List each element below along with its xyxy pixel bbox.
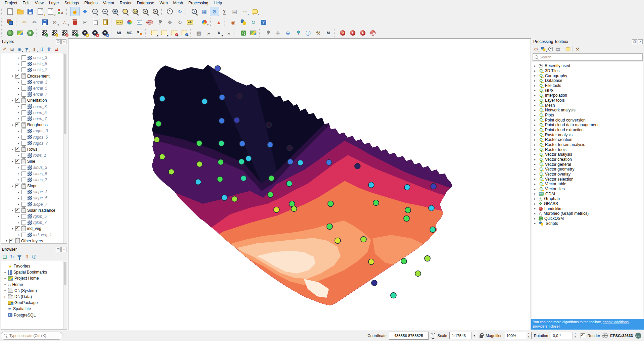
more-1-icon[interactable]: » [204, 28, 213, 38]
points-pair-icon[interactable] [135, 28, 144, 38]
expander-icon[interactable]: ▾ [11, 99, 14, 102]
add-group-icon[interactable]: ⊞ [9, 46, 15, 52]
layer-checkbox[interactable] [21, 116, 26, 121]
cut-features-icon[interactable]: ✂ [80, 17, 90, 27]
expander-icon[interactable]: ▾ [11, 124, 14, 127]
style-manager-icon[interactable] [56, 7, 65, 16]
landsklim-sphere-1-icon[interactable]: 1 [348, 28, 357, 38]
measure-icon[interactable]: ▱▼ [240, 7, 249, 16]
label-abc-red-icon[interactable]: abc [145, 17, 154, 27]
expander-icon[interactable]: ▸ [534, 192, 537, 195]
expander-icon[interactable]: ▸ [534, 74, 537, 77]
expander-icon[interactable]: ▾ [11, 227, 14, 230]
layer-checkbox[interactable] [21, 165, 26, 170]
toolbar-drag-handle[interactable] [36, 29, 38, 37]
processing-item-vector-table[interactable]: ▸QVector table [533, 182, 643, 187]
map-tips-icon[interactable]: ▼ [250, 7, 259, 16]
locate-input[interactable] [9, 333, 50, 338]
refresh-browser-icon[interactable]: ↻ [9, 253, 15, 260]
layer-checkbox[interactable] [21, 202, 26, 207]
layers-scrollbar[interactable] [63, 53, 67, 243]
browser-float-button[interactable]: ❐ [56, 247, 61, 252]
expander-icon[interactable]: ▸ [17, 221, 20, 224]
toolbar-drag-handle[interactable] [196, 18, 198, 26]
layer-checkbox[interactable] [21, 233, 26, 237]
layer-checkbox[interactable] [15, 159, 20, 164]
browser-close-button[interactable]: ✕ [61, 247, 66, 252]
processing-item-file-tools[interactable]: ▸QFile tools [533, 83, 643, 88]
processing-item-recently-used[interactable]: ▸Recently used [533, 63, 643, 68]
layer-row-rglob-7[interactable]: ▸rglob_7 [2, 220, 67, 226]
browser-item-favorites[interactable]: ★Favorites [2, 263, 67, 269]
locate-bar[interactable] [1, 332, 62, 340]
expander-icon[interactable]: ▸ [17, 111, 20, 114]
browser-item-d-data-[interactable]: ▸D:\ (Data) [2, 294, 67, 300]
map-point[interactable] [234, 117, 240, 123]
expander-icon[interactable]: ▸ [17, 233, 20, 236]
map-point[interactable] [215, 66, 220, 71]
processing-item-raster-terrain-analysis[interactable]: ▸QRaster terrain analysis [533, 142, 643, 147]
pin-labels-icon[interactable] [155, 17, 164, 27]
map-point[interactable] [239, 159, 244, 165]
processing-results-icon[interactable]: ▤ [555, 46, 561, 52]
layer-row-rows[interactable]: ▾Rows [2, 146, 67, 152]
expander-icon[interactable]: ▸ [534, 207, 537, 210]
processing-history-icon[interactable] [547, 46, 554, 52]
label-ab-icon[interactable]: ab [135, 17, 144, 27]
map-point[interactable] [267, 192, 273, 198]
expander-icon[interactable]: ▸ [534, 202, 537, 205]
vertex-tool-icon[interactable]: ∴▼ [60, 17, 69, 27]
processing-item-database[interactable]: ▸QDatabase [533, 78, 643, 83]
filter-by-expression-icon[interactable]: ε▼ [31, 46, 38, 52]
expander-icon[interactable]: ▸ [534, 94, 537, 97]
expander-icon[interactable]: ▸ [534, 148, 537, 151]
toolbar-drag-handle[interactable] [111, 18, 113, 26]
data-source-manager-icon[interactable] [5, 17, 15, 27]
processing-item-vector-geometry[interactable]: ▸QVector geometry [533, 167, 643, 172]
plugin-green-add-icon[interactable]: + [5, 28, 15, 38]
expander-icon[interactable]: ▸ [17, 154, 20, 157]
show-layout-manager-icon[interactable]: ⚒ [46, 7, 55, 16]
expander-icon[interactable]: ▸ [534, 84, 537, 87]
expander-icon[interactable]: ▸ [534, 118, 537, 121]
menu-layer[interactable]: Layer [46, 0, 62, 6]
plugin-green-star-icon[interactable]: ✳ [26, 28, 35, 38]
layer-checkbox[interactable] [21, 190, 26, 194]
rotation-spin-arrows[interactable]: ▲▼ [573, 332, 578, 339]
toolbar-drag-handle[interactable] [210, 18, 212, 26]
layer-row-roughness[interactable]: ▾Roughness [2, 122, 67, 128]
quickosm-icon[interactable] [239, 28, 248, 38]
expander-icon[interactable]: ▸ [534, 183, 537, 186]
render-checkbox[interactable] [581, 333, 585, 338]
info-circle-icon[interactable]: ⓘ [303, 28, 313, 38]
plugin-map-icon[interactable] [15, 28, 25, 38]
layer-row-encai-7[interactable]: ▸encai_7 [2, 91, 67, 97]
processing-item-raster-analysis[interactable]: ▸QRaster analysis [533, 132, 643, 137]
zoom-to-layer-icon[interactable]: ▭ [131, 7, 140, 16]
map-canvas[interactable] [68, 38, 531, 330]
expander-icon[interactable]: ▸ [534, 133, 537, 136]
toolbar-drag-handle[interactable] [1, 18, 4, 26]
map-point[interactable] [371, 280, 377, 286]
pin-cyan-icon[interactable] [293, 28, 303, 38]
layer-checkbox[interactable] [21, 178, 26, 182]
menu-help[interactable]: Help [211, 0, 225, 6]
expander-icon[interactable]: ▸ [4, 289, 7, 292]
temporal-controller-icon[interactable] [165, 7, 175, 16]
map-point[interactable] [274, 207, 279, 213]
layer-checkbox[interactable] [21, 104, 26, 109]
layer-row-cosin-5[interactable]: ▸cosin_5 [2, 61, 67, 67]
zoom-next-icon[interactable]: ▶ [151, 7, 160, 16]
layer-row-rugos-7[interactable]: ▸rugos_7 [2, 140, 67, 146]
browser-item-postgresql[interactable]: PPostgreSQL [2, 312, 67, 318]
toolbar-drag-handle[interactable] [111, 29, 113, 37]
deselect-icon[interactable]: ✕▼ [169, 28, 179, 38]
expander-icon[interactable]: ▸ [4, 295, 7, 298]
layer-row-slope-3[interactable]: ▸slope_3 [2, 189, 67, 195]
expander-icon[interactable]: ▸ [534, 178, 537, 181]
expander-icon[interactable]: ▸ [4, 277, 7, 280]
layer-checkbox[interactable] [21, 67, 26, 72]
processing-item-layer-tools[interactable]: ▸QLayer tools [533, 98, 643, 103]
layer-checkbox[interactable] [15, 226, 20, 231]
scale-combo[interactable]: 1:17543 ▼ [449, 332, 477, 339]
